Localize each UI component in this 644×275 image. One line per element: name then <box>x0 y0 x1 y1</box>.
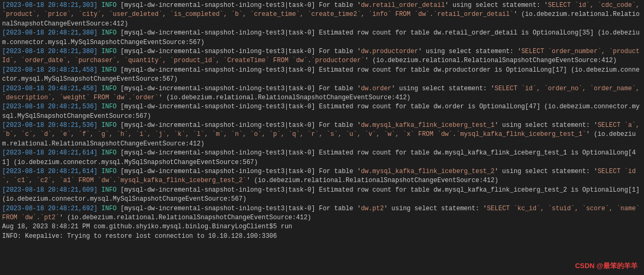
log-line: [2023-08-18 20:48:21,458] INFO [mysql-dw… <box>2 66 642 84</box>
log-line: Aug 18, 2023 8:48:21 PM com.github.shyik… <box>2 222 642 231</box>
log-line: [2023-08-18 20:48:21,458] INFO [mysql-dw… <box>2 84 642 103</box>
log-line: [2023-08-18 20:48:21,380] INFO [mysql-dw… <box>2 29 642 47</box>
watermark: CSDN @最笨的羊羊 <box>575 261 638 271</box>
log-container: [2023-08-18 20:48:21,303] INFO [mysql-dw… <box>0 0 644 275</box>
log-line: [2023-08-18 20:48:21,380] INFO [mysql-dw… <box>2 47 642 66</box>
log-line: [2023-08-18 20:48:21,536] INFO [mysql-dw… <box>2 121 642 149</box>
log-line: [2023-08-18 20:48:21,536] INFO [mysql-dw… <box>2 102 642 121</box>
log-line: [2023-08-18 20:48:21,303] INFO [mysql-dw… <box>2 1 642 29</box>
log-line: [2023-08-18 20:48:21,614] INFO [mysql-dw… <box>2 167 642 186</box>
log-line: [2023-08-18 20:48:21,692] INFO [mysql-dw… <box>2 204 642 223</box>
log-line: INFO: Keepalive: Trying to restore lost … <box>2 232 642 241</box>
log-line: [2023-08-18 20:48:21,614] INFO [mysql-dw… <box>2 149 642 167</box>
log-line: [2023-08-18 20:48:21,609] INFO [mysql-dw… <box>2 186 642 204</box>
